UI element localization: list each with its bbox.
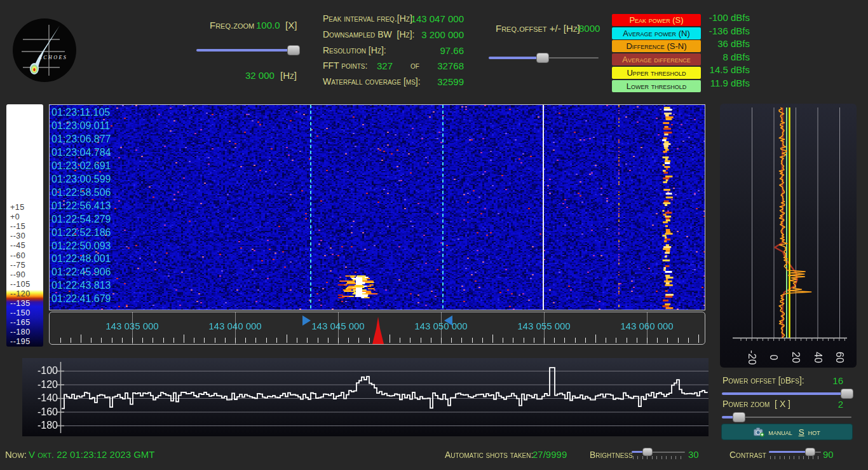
echoes-logo-graphic: ECHOES: [13, 18, 76, 82]
svg-text:ECHOES: ECHOES: [38, 55, 67, 60]
ruler-minor-tick: [400, 338, 400, 343]
scale-label: +15: [10, 203, 25, 212]
brightness-slider[interactable]: [632, 448, 685, 458]
frequency-ruler[interactable]: 143 035 000143 040 000143 045 000143 050…: [49, 312, 705, 345]
fo-slider-handle[interactable]: [536, 53, 549, 63]
freq-offset-slider[interactable]: [489, 52, 599, 64]
legend-button-peak-power-s[interactable]: Peak power (S): [612, 14, 701, 26]
stat-label-fft-points: FFT points:: [323, 60, 367, 71]
contrast-label: Contrast: [729, 450, 766, 460]
freq-zoom-value: 100.0: [256, 20, 280, 31]
freq-zoom-hz-unit: [Hz]: [280, 70, 297, 81]
legend-button-average-power-n[interactable]: Average power (N): [612, 27, 701, 39]
ruler-minor-tick: [358, 338, 359, 343]
stat-value: 32599: [437, 76, 464, 87]
stat-label-downsampled-bw-hz: Downsampled BW [Hz]:: [323, 29, 414, 39]
stat-label-resolution-hz: Resolution [Hz]:: [323, 45, 386, 55]
ruler-minor-tick: [595, 335, 596, 343]
po-slider-handle[interactable]: [841, 389, 853, 399]
waterfall-display[interactable]: 01:23:11.10501:23:09.01101:23:06.87701:2…: [49, 104, 705, 310]
ruler-minor-tick: [637, 338, 637, 343]
dbfs-readout-average-difference: 8 dBfs: [722, 52, 750, 62]
ruler-minor-tick: [173, 338, 174, 343]
ruler-minor-tick: [122, 338, 123, 343]
power-zoom-value: 2: [817, 399, 843, 410]
freq-offset-label: Freq.offset +/- [Hz]: [496, 23, 580, 34]
freq-zoom-slider[interactable]: [196, 45, 297, 56]
ruler-minor-tick: [564, 338, 565, 343]
fz-slider-handle[interactable]: [287, 45, 300, 55]
ruler-minor-tick: [338, 338, 339, 343]
po-slider-fill: [722, 392, 847, 395]
power-axis-tick-60: 60: [820, 339, 858, 376]
ruler-minor-tick: [451, 338, 452, 343]
ruler-minor-tick: [627, 338, 627, 343]
ruler-minor-tick: [698, 335, 699, 343]
ruler-minor-tick: [503, 338, 503, 343]
waterfall-canvas[interactable]: [50, 105, 705, 310]
scale-label: --165: [10, 318, 31, 327]
ruler-minor-tick: [390, 335, 390, 343]
ruler-minor-tick: [472, 338, 473, 343]
ruler-minor-tick: [71, 338, 71, 343]
br-slider-handle[interactable]: [642, 448, 653, 456]
contrast-value: 90: [823, 449, 834, 460]
brightness-value: 30: [688, 449, 699, 460]
ruler-minor-tick: [678, 338, 679, 343]
ruler-minor-tick: [688, 338, 689, 343]
brightness-label: Brightness: [590, 450, 633, 460]
frequency-tick-label: 143 035 000: [94, 321, 170, 331]
stat-value-fft-total: 32768: [437, 60, 464, 71]
ruler-minor-tick: [132, 338, 133, 343]
scale-label: --75: [10, 261, 25, 270]
manual-shot-button[interactable]: manual Shot: [721, 424, 853, 440]
auto-shots-label: Automatic shots taken:: [445, 450, 533, 460]
legend-button-lower-threshold[interactable]: Lower threshold: [612, 80, 701, 92]
frequency-tick-label: 143 055 000: [506, 321, 582, 331]
scale-label: --105: [10, 280, 31, 289]
ruler-minor-tick: [194, 338, 194, 343]
legend-button-difference-s-n[interactable]: Difference (S-N): [612, 40, 701, 52]
ct-slider-fill: [769, 451, 810, 453]
ruler-minor-tick: [647, 338, 648, 343]
contrast-slider[interactable]: [769, 448, 821, 458]
ruler-minor-tick: [513, 338, 513, 343]
ruler-minor-tick: [667, 338, 668, 343]
dbfs-readout-upper-threshold: 14.5 dBfs: [710, 64, 750, 75]
ruler-minor-tick: [266, 338, 267, 343]
freq-zoom-label: Freq.zoom: [210, 20, 254, 31]
echoes-logo: ECHOES: [13, 18, 76, 82]
stat-label-waterfall-coverage-ms: Waterfall coverage [ms]:: [323, 76, 421, 86]
ruler-minor-tick: [410, 338, 410, 343]
ruler-minor-tick: [81, 335, 81, 343]
ct-slider-handle[interactable]: [805, 448, 815, 456]
ruler-minor-tick: [184, 335, 184, 343]
stat-value: 143 047 000: [411, 13, 464, 24]
ruler-minor-tick: [91, 338, 92, 343]
legend-button-upper-threshold[interactable]: Upper threshold: [612, 67, 701, 79]
ruler-minor-tick: [245, 338, 246, 343]
scale-label: --180: [10, 328, 31, 336]
ruler-minor-tick: [657, 338, 658, 343]
power-offset-slider[interactable]: [722, 388, 851, 399]
ct-slider-ticks: [770, 456, 820, 459]
dbfs-readouts: -100 dBfs-136 dBfs36 dBfs8 dBfs14.5 dBfs…: [693, 12, 750, 92]
scale-label: --30: [10, 232, 25, 240]
legend-button-average-difference[interactable]: Average difference: [612, 53, 701, 66]
manual-shot-mnemonic: S: [799, 427, 804, 437]
ruler-minor-tick: [461, 338, 462, 343]
ruler-minor-tick: [318, 338, 318, 343]
stat-label-peak-interval-freq-hz: Peak interval freq.[Hz]:: [323, 13, 415, 24]
ruler-minor-tick: [431, 338, 431, 343]
ruler-minor-tick: [421, 338, 421, 343]
power-zoom-slider[interactable]: [722, 411, 851, 423]
legend-buttons: Peak power (S)Average power (N)Differenc…: [612, 14, 701, 94]
ruler-minor-tick: [348, 338, 349, 343]
spectrum-y-tick-label: -180: [25, 420, 58, 431]
pz-slider-handle[interactable]: [733, 412, 745, 422]
ruler-minor-tick: [606, 338, 606, 343]
interval-end-marker[interactable]: [444, 315, 452, 326]
interval-start-marker[interactable]: [302, 315, 311, 326]
ruler-minor-tick: [575, 338, 576, 343]
stat-of-label: of: [410, 60, 419, 71]
